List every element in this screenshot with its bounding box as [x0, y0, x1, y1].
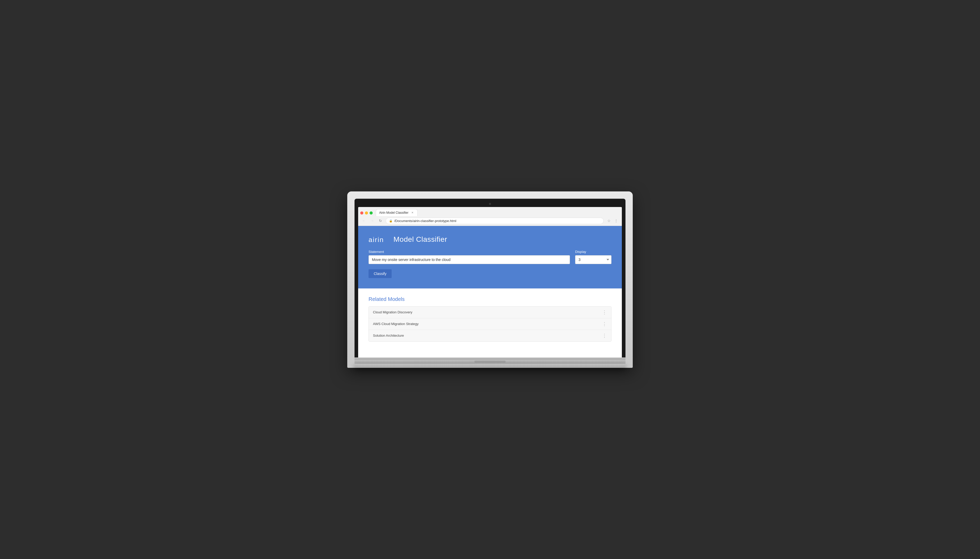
- brand-row: airin Model Classifier: [369, 235, 611, 243]
- model-list-item[interactable]: Cloud Migration Discovery: [369, 307, 611, 318]
- menu-button[interactable]: ⋮: [613, 218, 619, 224]
- address-input[interactable]: [394, 219, 600, 223]
- related-models-title: Related Models: [369, 296, 611, 302]
- model-item-menu-1[interactable]: [602, 321, 607, 327]
- display-label: Display: [575, 250, 611, 254]
- model-item-menu-0[interactable]: [602, 310, 607, 315]
- camera: [489, 203, 491, 205]
- browser-actions: ☆ ⋮: [606, 218, 619, 224]
- classify-button[interactable]: Classify: [369, 269, 392, 278]
- model-list-item[interactable]: AWS Cloud Migration Strategy: [369, 318, 611, 330]
- laptop-wrapper: Airin Model Classifier ✕ ← → ↻ 🔒: [347, 192, 633, 368]
- lock-icon: 🔒: [389, 219, 393, 223]
- svg-text:airin: airin: [369, 236, 384, 243]
- screen-bezel: Airin Model Classifier ✕ ← → ↻ 🔒: [354, 199, 626, 357]
- page-header: airin Model Classifier Statement: [358, 226, 622, 288]
- model-item-name-0: Cloud Migration Discovery: [373, 310, 412, 314]
- trackpad: [474, 361, 506, 363]
- model-list: Cloud Migration Discovery AWS Cloud Migr…: [369, 306, 611, 342]
- forward-button[interactable]: →: [369, 218, 375, 224]
- browser-window: Airin Model Classifier ✕ ← → ↻ 🔒: [358, 207, 622, 357]
- page-content: airin Model Classifier Statement: [358, 226, 622, 349]
- airin-logo-icon: airin: [369, 235, 389, 243]
- laptop-hinge: [354, 357, 626, 359]
- browser-tab-active[interactable]: Airin Model Classifier ✕: [376, 209, 417, 216]
- laptop-bottom: [354, 364, 626, 368]
- laptop-body: Airin Model Classifier ✕ ← → ↻ 🔒: [347, 192, 633, 368]
- trackpad-area: [354, 359, 626, 364]
- model-list-item[interactable]: Solution Architecture: [369, 330, 611, 341]
- statement-group: Statement: [369, 250, 570, 264]
- back-button[interactable]: ←: [361, 218, 367, 224]
- bookmark-button[interactable]: ☆: [606, 218, 612, 224]
- tab-title: Airin Model Classifier: [379, 211, 409, 215]
- model-item-name-1: AWS Cloud Migration Strategy: [373, 322, 419, 326]
- tab-bar: Airin Model Classifier ✕: [358, 207, 622, 216]
- brand-logo: airin: [369, 235, 389, 243]
- model-item-menu-2[interactable]: [602, 333, 607, 338]
- display-select[interactable]: 1 2 3 4 5: [575, 255, 611, 264]
- reload-button[interactable]: ↻: [377, 218, 384, 224]
- page-main: Related Models Cloud Migration Discovery…: [358, 288, 622, 349]
- minimize-traffic-light[interactable]: [365, 212, 368, 215]
- page-title: Model Classifier: [394, 235, 447, 243]
- statement-input[interactable]: [369, 255, 570, 264]
- traffic-lights: [360, 212, 373, 216]
- statement-label: Statement: [369, 250, 570, 254]
- display-group: Display 1 2 3 4 5: [575, 250, 611, 264]
- form-row: Statement Display 1 2 3 4 5: [369, 250, 611, 264]
- close-traffic-light[interactable]: [360, 212, 363, 215]
- browser-chrome: Airin Model Classifier ✕ ← → ↻ 🔒: [358, 207, 622, 226]
- address-input-wrapper[interactable]: 🔒: [386, 218, 604, 224]
- tab-close-button[interactable]: ✕: [411, 211, 414, 215]
- address-bar: ← → ↻ 🔒 ☆ ⋮: [358, 216, 622, 226]
- maximize-traffic-light[interactable]: [369, 212, 373, 215]
- model-item-name-2: Solution Architecture: [373, 334, 404, 337]
